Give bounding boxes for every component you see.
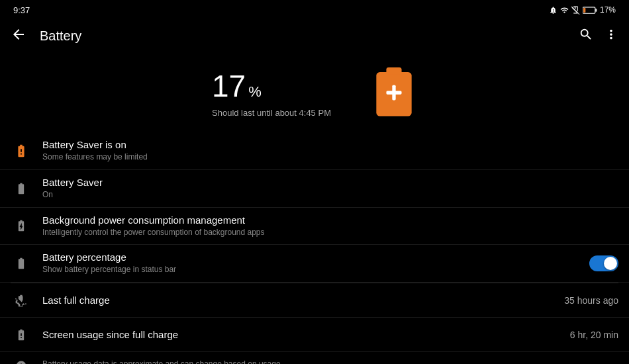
battery-saver-subtitle: On — [42, 189, 618, 201]
battery-saver-icon — [11, 182, 32, 195]
menu-item-battery-saver-status[interactable]: Battery Saver is on Some features may be… — [0, 132, 629, 170]
menu-item-battery-saver[interactable]: Battery Saver On — [0, 170, 629, 208]
more-options-button[interactable] — [604, 27, 618, 45]
battery-svg-icon — [371, 66, 417, 119]
mute-icon — [549, 6, 557, 15]
battery-percentage-subtitle: Show battery percentage in status bar — [42, 264, 584, 275]
svg-rect-4 — [386, 68, 401, 75]
info-icon — [11, 360, 32, 364]
battery-percentage-icon — [11, 257, 32, 270]
search-button[interactable] — [579, 27, 593, 45]
last-charge-content: Last full charge — [42, 295, 559, 306]
battery-saver-status-title: Battery Saver is on — [42, 139, 618, 150]
screen-usage-icon — [11, 328, 32, 341]
info-note-text: Battery usage data is approximate and ca… — [42, 359, 281, 364]
svg-rect-1 — [595, 9, 597, 12]
menu-item-screen-usage[interactable]: Screen usage since full charge 6 hr, 20 … — [0, 318, 629, 352]
network-icon — [560, 6, 569, 15]
header-actions — [579, 27, 618, 45]
status-icons: 17% — [549, 5, 616, 15]
screen-usage-content: Screen usage since full charge — [42, 329, 565, 340]
battery-percent-status: 17% — [600, 5, 616, 15]
battery-percentage-toggle[interactable] — [589, 255, 618, 271]
last-charge-title: Last full charge — [42, 295, 559, 306]
last-charge-value: 35 hours ago — [564, 295, 618, 306]
battery-saver-title: Battery Saver — [42, 177, 618, 188]
status-time: 9:37 — [13, 5, 30, 15]
menu-item-last-charge[interactable]: Last full charge 35 hours ago — [0, 283, 629, 318]
last-charge-icon — [11, 294, 32, 307]
screen-usage-title: Screen usage since full charge — [42, 329, 565, 340]
menu-item-battery-percentage[interactable]: Battery percentage Show battery percenta… — [0, 245, 629, 283]
battery-saver-status-subtitle: Some features may be limited — [42, 152, 618, 163]
phone-screen: 9:37 17% Battery — [0, 0, 629, 364]
info-note: Battery usage data is approximate and ca… — [0, 352, 629, 364]
signal-icon — [571, 6, 580, 15]
menu-section: Battery Saver is on Some features may be… — [0, 132, 629, 364]
battery-percentage-title: Battery percentage — [42, 251, 584, 263]
background-power-content: Background power consumption management … — [42, 214, 618, 238]
battery-percent-symbol: % — [248, 83, 262, 101]
svg-rect-6 — [386, 91, 401, 94]
battery-status-icon — [583, 6, 597, 15]
screen-usage-value: 6 hr, 20 min — [570, 330, 618, 340]
header: Battery — [0, 19, 629, 53]
background-power-title: Background power consumption management — [42, 214, 618, 226]
background-power-icon — [11, 219, 32, 232]
battery-saver-status-content: Battery Saver is on Some features may be… — [42, 139, 618, 163]
back-button[interactable] — [11, 26, 26, 46]
battery-percentage-number: 17 — [212, 68, 246, 104]
background-power-subtitle: Intelligently control the power consumpt… — [42, 227, 618, 238]
battery-until-text: Should last until about 4:45 PM — [212, 108, 331, 118]
battery-percentage-content: Battery percentage Show battery percenta… — [42, 251, 584, 275]
menu-item-background-power[interactable]: Background power consumption management … — [0, 208, 629, 246]
status-bar: 9:37 17% — [0, 0, 629, 19]
page-title: Battery — [40, 28, 579, 44]
battery-info-section: 17 % Should last until about 4:45 PM — [0, 53, 629, 132]
battery-stats: 17 % Should last until about 4:45 PM — [212, 68, 331, 118]
battery-saver-on-icon — [11, 144, 32, 158]
battery-saver-content: Battery Saver On — [42, 177, 618, 201]
battery-large-icon — [371, 66, 417, 119]
svg-rect-2 — [583, 7, 585, 12]
